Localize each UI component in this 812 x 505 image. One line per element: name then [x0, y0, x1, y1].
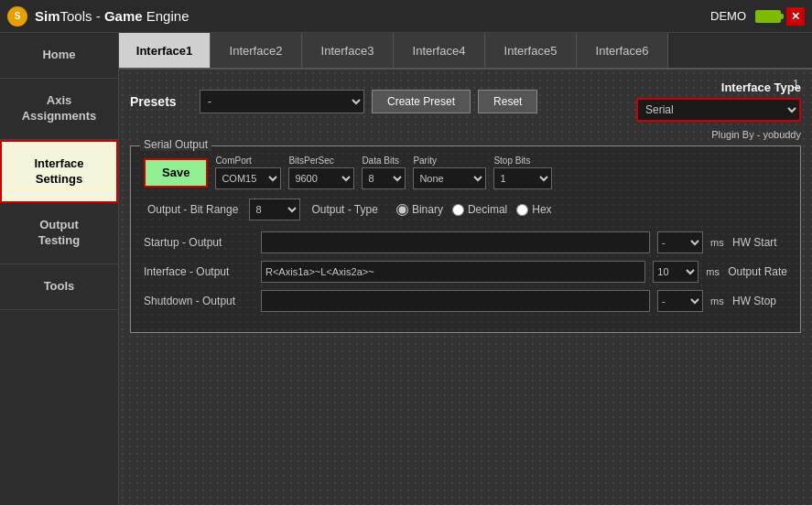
radio-hex-input[interactable] — [516, 204, 528, 216]
battery-icon — [755, 10, 781, 23]
title-sim: Sim — [35, 8, 60, 24]
data-bits-label: Data Bits — [362, 156, 399, 166]
shutdown-output-label: Shutdown - Output — [144, 295, 254, 307]
com-port-select[interactable]: COM15COM1COM2COM3 — [215, 167, 281, 189]
startup-ms-label: ms — [710, 237, 725, 248]
interface-type-dropdown[interactable]: Serial USB Ethernet — [636, 98, 801, 122]
parity-label: Parity — [413, 156, 437, 166]
shutdown-output-row: Shutdown - Output -125102050100 ms HW St… — [144, 290, 787, 312]
tab-interface5[interactable]: Interface5 — [485, 33, 577, 68]
interface-output-input[interactable] — [261, 261, 645, 283]
startup-ms-select[interactable]: -125102050100 — [657, 231, 703, 253]
tab-interface3[interactable]: Interface3 — [302, 33, 394, 68]
radio-decimal-input[interactable] — [452, 204, 464, 216]
close-button[interactable]: ✕ — [786, 7, 805, 26]
sidebar-item-home[interactable]: Home — [0, 33, 118, 79]
interface-type-label: Interface Type — [721, 81, 801, 94]
presets-dropdown[interactable]: - — [200, 90, 364, 113]
title-bar-left: S SimTools - Game Engine — [7, 6, 189, 27]
title-tools: Tools — [60, 8, 92, 24]
panel-number: 1 — [793, 77, 799, 91]
startup-output-row: Startup - Output -125102050100 ms HW Sta… — [144, 231, 787, 253]
com-port-label: ComPort — [215, 156, 251, 166]
output-type-label: Output - Type — [311, 203, 378, 216]
interface-hw-label: Output Rate — [728, 265, 787, 278]
output-type-radio-group: Binary Decimal Hex — [396, 203, 552, 216]
tab-interface1[interactable]: Interface1 — [119, 33, 211, 68]
bits-per-sec-group: BitsPerSec 96001200240048001920038400576… — [288, 156, 354, 189]
stop-bits-label: Stop Bits — [493, 156, 530, 166]
tab-interface2[interactable]: Interface2 — [211, 33, 302, 68]
radio-binary[interactable]: Binary — [396, 203, 443, 216]
plugin-credit: Plugin By - yobuddy — [130, 129, 801, 140]
content-area: Interface1 Interface2 Interface3 Interfa… — [119, 33, 812, 505]
presets-title: Presets — [130, 94, 185, 109]
bit-range-label: Output - Bit Range — [147, 203, 238, 216]
serial-row2: Output - Bit Range 84101216 Output - Typ… — [144, 199, 787, 220]
sidebar-item-output-testing[interactable]: OutputTesting — [0, 203, 118, 264]
sidebar-item-axis-assignments[interactable]: AxisAssignments — [0, 79, 118, 140]
interface-tabs: Interface1 Interface2 Interface3 Interfa… — [119, 33, 812, 70]
tab-interface4[interactable]: Interface4 — [394, 33, 485, 68]
save-button[interactable]: Save — [144, 158, 208, 188]
main-layout: Home AxisAssignments InterfaceSettings O… — [0, 33, 812, 505]
stop-bits-select[interactable]: 11.52 — [493, 167, 552, 189]
demo-label: DEMO — [710, 9, 746, 23]
sidebar: Home AxisAssignments InterfaceSettings O… — [0, 33, 119, 505]
parity-select[interactable]: NoneOddEvenMarkSpace — [413, 167, 486, 189]
title-bar-right: DEMO ✕ — [710, 7, 805, 26]
radio-decimal[interactable]: Decimal — [452, 203, 507, 216]
title-game: Game — [104, 8, 143, 24]
reset-button[interactable]: Reset — [478, 90, 537, 113]
sidebar-item-tools[interactable]: Tools — [0, 264, 118, 310]
title-engine: Engine — [143, 8, 189, 24]
interface-ms-label: ms — [706, 266, 720, 277]
shutdown-hw-label: HW Stop — [732, 295, 787, 307]
bits-per-sec-select[interactable]: 9600120024004800192003840057600115200 — [288, 167, 354, 189]
shutdown-ms-label: ms — [710, 295, 725, 306]
startup-output-label: Startup - Output — [144, 236, 254, 249]
bit-range-select[interactable]: 84101216 — [249, 199, 300, 220]
startup-output-input[interactable] — [261, 231, 650, 253]
com-port-group: ComPort COM15COM1COM2COM3 — [215, 156, 281, 189]
presets-row: Presets - Create Preset Reset Interface … — [130, 81, 801, 122]
app-title: SimTools - Game Engine — [35, 8, 189, 24]
interface-ms-select[interactable]: 10-1252050100 — [653, 261, 698, 283]
data-bits-select[interactable]: 8567 — [362, 167, 406, 189]
bits-per-sec-label: BitsPerSec — [288, 156, 333, 166]
data-bits-group: Data Bits 8567 — [362, 156, 406, 189]
stop-bits-group: Stop Bits 11.52 — [493, 156, 552, 189]
interface-output-row: Interface - Output 10-1252050100 ms Outp… — [144, 261, 787, 283]
serial-output-legend: Serial Output — [140, 138, 211, 151]
title-separator: - — [92, 8, 104, 24]
create-preset-button[interactable]: Create Preset — [372, 90, 471, 113]
tab-interface6[interactable]: Interface6 — [577, 33, 668, 68]
main-panel: 1 Presets - Create Preset Reset Interfac… — [119, 70, 812, 505]
interface-output-label: Interface - Output — [144, 265, 254, 278]
radio-hex[interactable]: Hex — [516, 203, 551, 216]
serial-row1: Save ComPort COM15COM1COM2COM3 BitsPerSe… — [144, 156, 787, 189]
startup-hw-label: HW Start — [732, 236, 787, 249]
radio-binary-input[interactable] — [396, 204, 408, 216]
sidebar-item-interface-settings[interactable]: InterfaceSettings — [0, 140, 118, 204]
serial-output-group: Serial Output Save ComPort COM15COM1COM2… — [130, 145, 801, 333]
interface-type-section: Interface Type Serial USB Ethernet — [636, 81, 801, 122]
app-icon: S — [7, 6, 27, 27]
parity-group: Parity NoneOddEvenMarkSpace — [413, 156, 486, 189]
title-bar: S SimTools - Game Engine DEMO ✕ — [0, 0, 812, 33]
shutdown-output-input[interactable] — [261, 290, 650, 312]
shutdown-ms-select[interactable]: -125102050100 — [657, 290, 703, 312]
